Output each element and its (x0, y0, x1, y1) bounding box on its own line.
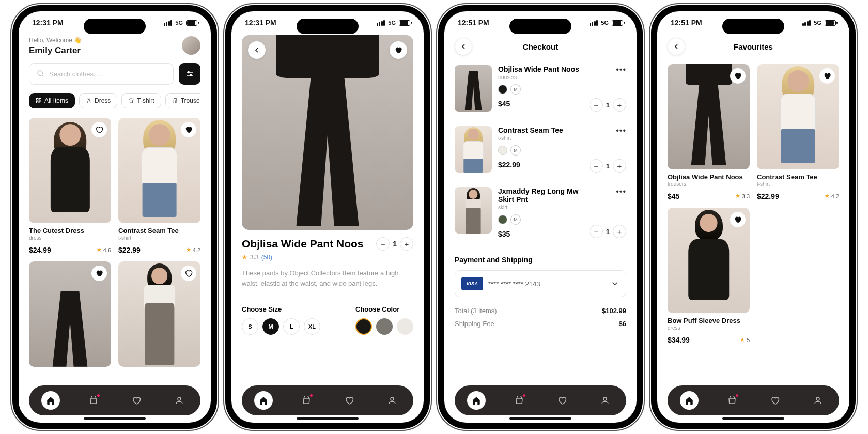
size-option-l[interactable]: L (283, 318, 300, 335)
chevron-left-icon (253, 46, 261, 54)
bag-icon (727, 396, 737, 405)
favourite-button[interactable] (181, 266, 196, 281)
nav-profile[interactable] (383, 391, 401, 410)
heart-icon (557, 396, 567, 405)
back-button[interactable] (248, 41, 266, 59)
bottom-nav (668, 385, 839, 415)
avatar[interactable] (182, 36, 200, 55)
favourite-card[interactable]: Contrast Seam Tee t-shirt $22.99 ★4.2 (757, 64, 839, 200)
svg-point-3 (188, 72, 189, 73)
size-badge: M (510, 145, 521, 156)
home-icon (685, 396, 694, 405)
chip-tshirt[interactable]: T-shirt (121, 93, 161, 109)
status-time: 12:51 PM (458, 19, 489, 27)
more-button[interactable]: ••• (616, 187, 626, 196)
favourite-card[interactable]: Bow Puff Sleeve Dress dress $34.99 ★5 (668, 208, 750, 344)
qty-decrease[interactable]: − (590, 225, 603, 238)
heart-icon (394, 46, 402, 54)
user-icon (175, 396, 184, 405)
svg-rect-9 (39, 101, 41, 103)
bottom-nav (242, 385, 413, 415)
nav-home[interactable] (467, 391, 486, 410)
color-option-grey[interactable] (376, 318, 393, 335)
nav-favourites[interactable] (553, 391, 571, 410)
home-icon (472, 396, 481, 405)
back-button[interactable] (668, 38, 685, 55)
search-placeholder: Search clothes. . . (49, 70, 103, 78)
more-button[interactable]: ••• (616, 65, 626, 74)
favourite-button[interactable] (730, 212, 746, 227)
total-label: Total (3 items) (455, 307, 497, 315)
nav-profile[interactable] (596, 391, 614, 410)
product-card[interactable]: The Cutest Dress dress $24.99 ★4.6 (29, 118, 111, 254)
back-button[interactable] (455, 38, 472, 55)
nav-home[interactable] (680, 391, 699, 410)
nav-cart[interactable] (723, 391, 741, 410)
visa-badge: VISA (461, 277, 483, 290)
color-swatch (498, 215, 507, 224)
svg-point-10 (178, 397, 181, 400)
nav-cart[interactable] (510, 391, 529, 410)
favourite-button[interactable] (730, 68, 746, 84)
favourite-button[interactable] (181, 122, 196, 137)
nav-home[interactable] (41, 391, 60, 410)
chip-dress[interactable]: Dress (79, 93, 117, 109)
page-title: Checkout (523, 42, 558, 51)
qty-decrease[interactable]: − (376, 237, 390, 251)
phone-checkout: 12:51 PM 5G Checkout Objlisa Wide Pant N… (438, 5, 643, 429)
more-button[interactable]: ••• (616, 126, 626, 135)
phone-favourites: 12:51 PM 5G Favourites Objlisa W (651, 5, 856, 429)
color-option-cream[interactable] (397, 318, 413, 335)
total-value: $102.99 (602, 307, 626, 315)
star-icon: ★ (186, 246, 191, 253)
tshirt-icon (128, 98, 134, 104)
nav-favourites[interactable] (766, 391, 784, 410)
nav-cart[interactable] (84, 391, 103, 410)
nav-home[interactable] (254, 391, 273, 410)
nav-cart[interactable] (297, 391, 316, 410)
product-title: Objlisa Wide Pant Noos (242, 238, 364, 250)
favourite-button[interactable] (819, 68, 835, 84)
svg-line-1 (42, 75, 43, 76)
payment-method-card[interactable]: VISA **** **** **** 2143 (455, 270, 626, 297)
size-option-s[interactable]: S (242, 318, 258, 335)
dress-icon (86, 98, 92, 104)
heart-icon (770, 396, 780, 405)
user-icon (813, 396, 823, 405)
product-card[interactable] (118, 261, 200, 367)
nav-profile[interactable] (809, 391, 827, 410)
qty-decrease[interactable]: − (590, 159, 603, 173)
search-input[interactable]: Search clothes. . . (29, 63, 174, 85)
svg-rect-6 (37, 99, 39, 101)
heart-icon (184, 269, 193, 277)
heart-icon (734, 72, 742, 80)
qty-decrease[interactable]: − (590, 98, 603, 112)
qty-increase[interactable]: + (613, 225, 626, 238)
bag-icon (89, 396, 98, 405)
nav-profile[interactable] (170, 391, 189, 410)
favourite-button[interactable] (91, 122, 107, 137)
svg-rect-8 (37, 101, 39, 103)
chip-trousers[interactable]: Trousers (165, 93, 200, 109)
favourite-card[interactable]: Objlisa Wide Pant Noos trousers $45 ★3.3 (668, 64, 750, 200)
nav-favourites[interactable] (127, 391, 146, 410)
bag-icon (515, 396, 524, 405)
filter-button[interactable] (179, 63, 200, 85)
chip-all-items[interactable]: All Items (29, 93, 75, 109)
heart-icon (132, 396, 141, 405)
qty-increase[interactable]: + (400, 237, 413, 251)
color-option-black[interactable] (355, 318, 372, 335)
product-card[interactable]: Contrast Seam Tee t-shirt $22.99 ★4.2 (118, 118, 200, 254)
qty-increase[interactable]: + (613, 159, 626, 173)
favourite-button[interactable] (91, 266, 107, 281)
size-option-m[interactable]: M (262, 318, 279, 335)
product-card[interactable] (29, 261, 111, 367)
sliders-icon (185, 69, 194, 79)
product-hero-image (242, 35, 413, 230)
nav-favourites[interactable] (340, 391, 359, 410)
qty-increase[interactable]: + (613, 98, 626, 112)
bottom-nav (455, 385, 626, 415)
size-option-xl[interactable]: XL (304, 318, 320, 335)
favourite-button[interactable] (390, 41, 407, 59)
reviews-link[interactable]: (50) (261, 254, 272, 261)
